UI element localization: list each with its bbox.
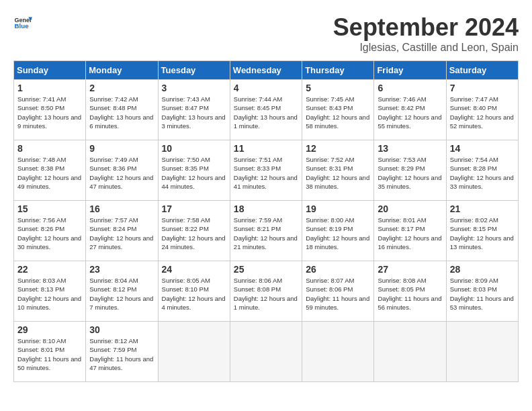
day-number: 23 bbox=[89, 264, 154, 275]
day-info: Sunrise: 7:52 AM Sunset: 8:31 PM Dayligh… bbox=[306, 155, 370, 191]
day-info: Sunrise: 7:50 AM Sunset: 8:35 PM Dayligh… bbox=[162, 155, 226, 191]
day-number: 4 bbox=[234, 83, 298, 93]
calendar-week-2: 8 Sunrise: 7:48 AM Sunset: 8:38 PM Dayli… bbox=[14, 140, 519, 201]
calendar-cell: 25 Sunrise: 8:06 AM Sunset: 8:08 PM Dayl… bbox=[230, 261, 302, 322]
day-number: 30 bbox=[89, 324, 154, 335]
day-number: 21 bbox=[450, 203, 515, 214]
day-number: 18 bbox=[234, 203, 298, 214]
header-tuesday: Tuesday bbox=[158, 61, 230, 80]
day-info: Sunrise: 7:51 AM Sunset: 8:33 PM Dayligh… bbox=[234, 155, 298, 191]
calendar-week-1: 1 Sunrise: 7:41 AM Sunset: 8:50 PM Dayli… bbox=[14, 80, 519, 140]
day-info: Sunrise: 7:41 AM Sunset: 8:50 PM Dayligh… bbox=[17, 95, 82, 130]
day-info: Sunrise: 7:46 AM Sunset: 8:42 PM Dayligh… bbox=[378, 95, 442, 130]
day-number: 24 bbox=[162, 264, 226, 275]
calendar-week-3: 15 Sunrise: 7:56 AM Sunset: 8:26 PM Dayl… bbox=[14, 201, 519, 261]
day-info: Sunrise: 8:04 AM Sunset: 8:12 PM Dayligh… bbox=[89, 276, 154, 312]
month-title: September 2024 bbox=[333, 13, 519, 42]
day-info: Sunrise: 7:42 AM Sunset: 8:48 PM Dayligh… bbox=[89, 95, 154, 130]
calendar-cell bbox=[446, 322, 518, 382]
header-monday: Monday bbox=[86, 61, 158, 80]
day-number: 19 bbox=[306, 203, 370, 214]
calendar-cell: 8 Sunrise: 7:48 AM Sunset: 8:38 PM Dayli… bbox=[14, 140, 86, 201]
day-number: 14 bbox=[450, 143, 515, 154]
calendar-cell: 16 Sunrise: 7:57 AM Sunset: 8:24 PM Dayl… bbox=[86, 201, 158, 261]
day-number: 1 bbox=[17, 83, 82, 93]
day-info: Sunrise: 7:43 AM Sunset: 8:47 PM Dayligh… bbox=[162, 95, 226, 130]
day-info: Sunrise: 8:08 AM Sunset: 8:05 PM Dayligh… bbox=[378, 276, 442, 312]
calendar-cell: 23 Sunrise: 8:04 AM Sunset: 8:12 PM Dayl… bbox=[86, 261, 158, 322]
day-number: 29 bbox=[17, 324, 82, 335]
calendar-cell: 26 Sunrise: 8:07 AM Sunset: 8:06 PM Dayl… bbox=[302, 261, 374, 322]
calendar-week-5: 29 Sunrise: 8:10 AM Sunset: 8:01 PM Dayl… bbox=[14, 322, 519, 382]
day-number: 2 bbox=[89, 83, 154, 93]
calendar-cell: 4 Sunrise: 7:44 AM Sunset: 8:45 PM Dayli… bbox=[230, 80, 302, 140]
calendar-cell: 20 Sunrise: 8:01 AM Sunset: 8:17 PM Dayl… bbox=[374, 201, 446, 261]
day-number: 20 bbox=[378, 203, 442, 214]
header-wednesday: Wednesday bbox=[230, 61, 302, 80]
calendar-header-row: SundayMondayTuesdayWednesdayThursdayFrid… bbox=[14, 61, 519, 80]
day-info: Sunrise: 8:01 AM Sunset: 8:17 PM Dayligh… bbox=[378, 216, 442, 251]
day-info: Sunrise: 7:54 AM Sunset: 8:28 PM Dayligh… bbox=[450, 155, 515, 191]
day-info: Sunrise: 7:58 AM Sunset: 8:22 PM Dayligh… bbox=[162, 216, 226, 251]
calendar-cell: 3 Sunrise: 7:43 AM Sunset: 8:47 PM Dayli… bbox=[158, 80, 230, 140]
day-number: 8 bbox=[17, 143, 82, 154]
calendar-table: SundayMondayTuesdayWednesdayThursdayFrid… bbox=[13, 60, 519, 382]
day-info: Sunrise: 8:00 AM Sunset: 8:19 PM Dayligh… bbox=[306, 216, 370, 251]
day-number: 7 bbox=[450, 83, 515, 93]
page-header: General Blue September 2024 Iglesias, Ca… bbox=[13, 13, 519, 54]
day-number: 27 bbox=[378, 264, 442, 275]
calendar-cell: 29 Sunrise: 8:10 AM Sunset: 8:01 PM Dayl… bbox=[14, 322, 86, 382]
calendar-cell: 24 Sunrise: 8:05 AM Sunset: 8:10 PM Dayl… bbox=[158, 261, 230, 322]
day-number: 10 bbox=[162, 143, 226, 154]
calendar-cell: 12 Sunrise: 7:52 AM Sunset: 8:31 PM Dayl… bbox=[302, 140, 374, 201]
day-info: Sunrise: 8:06 AM Sunset: 8:08 PM Dayligh… bbox=[234, 276, 298, 312]
title-section: September 2024 Iglesias, Castille and Le… bbox=[333, 13, 519, 54]
day-info: Sunrise: 7:45 AM Sunset: 8:43 PM Dayligh… bbox=[306, 95, 370, 130]
location-title: Iglesias, Castille and Leon, Spain bbox=[333, 42, 519, 54]
svg-text:Blue: Blue bbox=[14, 22, 29, 30]
day-number: 25 bbox=[234, 264, 298, 275]
day-info: Sunrise: 8:05 AM Sunset: 8:10 PM Dayligh… bbox=[162, 276, 226, 312]
calendar-cell bbox=[158, 322, 230, 382]
header-sunday: Sunday bbox=[14, 61, 86, 80]
day-info: Sunrise: 8:07 AM Sunset: 8:06 PM Dayligh… bbox=[306, 276, 370, 312]
day-number: 28 bbox=[450, 264, 515, 275]
calendar-cell: 30 Sunrise: 8:12 AM Sunset: 7:59 PM Dayl… bbox=[86, 322, 158, 382]
calendar-cell: 7 Sunrise: 7:47 AM Sunset: 8:40 PM Dayli… bbox=[446, 80, 518, 140]
calendar-cell bbox=[230, 322, 302, 382]
calendar-cell: 28 Sunrise: 8:09 AM Sunset: 8:03 PM Dayl… bbox=[446, 261, 518, 322]
calendar-cell: 21 Sunrise: 8:02 AM Sunset: 8:15 PM Dayl… bbox=[446, 201, 518, 261]
calendar-cell: 5 Sunrise: 7:45 AM Sunset: 8:43 PM Dayli… bbox=[302, 80, 374, 140]
calendar-cell: 6 Sunrise: 7:46 AM Sunset: 8:42 PM Dayli… bbox=[374, 80, 446, 140]
day-info: Sunrise: 8:12 AM Sunset: 7:59 PM Dayligh… bbox=[89, 336, 154, 372]
day-number: 13 bbox=[378, 143, 442, 154]
calendar-week-4: 22 Sunrise: 8:03 AM Sunset: 8:13 PM Dayl… bbox=[14, 261, 519, 322]
day-number: 16 bbox=[89, 203, 154, 214]
day-number: 17 bbox=[162, 203, 226, 214]
header-thursday: Thursday bbox=[302, 61, 374, 80]
day-info: Sunrise: 7:48 AM Sunset: 8:38 PM Dayligh… bbox=[17, 155, 82, 191]
logo: General Blue bbox=[13, 13, 32, 32]
header-friday: Friday bbox=[374, 61, 446, 80]
calendar-cell: 15 Sunrise: 7:56 AM Sunset: 8:26 PM Dayl… bbox=[14, 201, 86, 261]
day-info: Sunrise: 8:10 AM Sunset: 8:01 PM Dayligh… bbox=[17, 336, 82, 372]
day-number: 26 bbox=[306, 264, 370, 275]
calendar-cell bbox=[302, 322, 374, 382]
calendar-cell bbox=[374, 322, 446, 382]
calendar-cell: 10 Sunrise: 7:50 AM Sunset: 8:35 PM Dayl… bbox=[158, 140, 230, 201]
day-info: Sunrise: 7:44 AM Sunset: 8:45 PM Dayligh… bbox=[234, 95, 298, 130]
day-info: Sunrise: 8:03 AM Sunset: 8:13 PM Dayligh… bbox=[17, 276, 82, 312]
calendar-cell: 11 Sunrise: 7:51 AM Sunset: 8:33 PM Dayl… bbox=[230, 140, 302, 201]
calendar-cell: 22 Sunrise: 8:03 AM Sunset: 8:13 PM Dayl… bbox=[14, 261, 86, 322]
day-number: 11 bbox=[234, 143, 298, 154]
calendar-cell: 27 Sunrise: 8:08 AM Sunset: 8:05 PM Dayl… bbox=[374, 261, 446, 322]
day-number: 15 bbox=[17, 203, 82, 214]
day-info: Sunrise: 7:59 AM Sunset: 8:21 PM Dayligh… bbox=[234, 216, 298, 251]
day-number: 5 bbox=[306, 83, 370, 93]
calendar-cell: 18 Sunrise: 7:59 AM Sunset: 8:21 PM Dayl… bbox=[230, 201, 302, 261]
day-info: Sunrise: 7:47 AM Sunset: 8:40 PM Dayligh… bbox=[450, 95, 515, 130]
day-number: 22 bbox=[17, 264, 82, 275]
calendar-cell: 19 Sunrise: 8:00 AM Sunset: 8:19 PM Dayl… bbox=[302, 201, 374, 261]
day-number: 12 bbox=[306, 143, 370, 154]
day-info: Sunrise: 8:09 AM Sunset: 8:03 PM Dayligh… bbox=[450, 276, 515, 312]
